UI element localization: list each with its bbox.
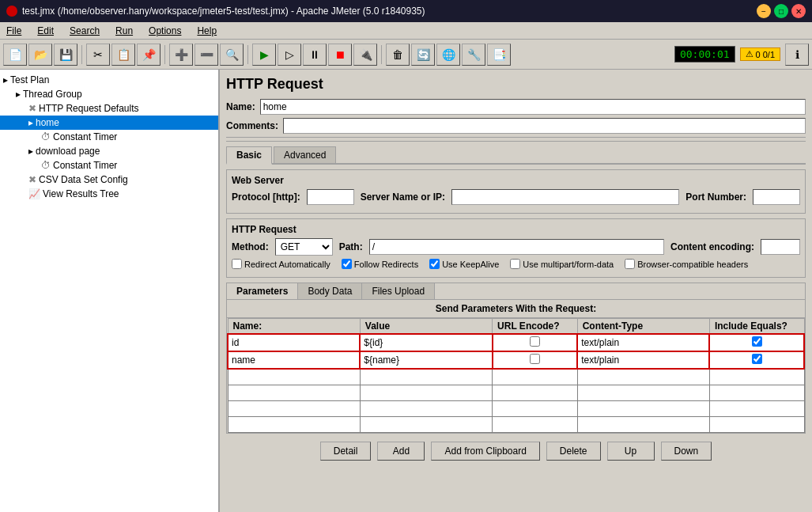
shutdown-button[interactable]: 🔌 <box>353 44 377 66</box>
method-label: Method: <box>232 241 269 252</box>
test-plan-icon: ▸ <box>3 74 8 85</box>
pause-button[interactable]: ⏸ <box>303 44 327 66</box>
paste-button[interactable]: 📌 <box>137 44 161 66</box>
function-helper-button[interactable]: 🔧 <box>462 44 485 66</box>
open-button[interactable]: 📂 <box>28 44 52 66</box>
tree-item-test-plan[interactable]: ▸ Test Plan <box>0 73 218 87</box>
web-server-title: Web Server <box>232 175 800 186</box>
detail-button[interactable]: Detail <box>320 442 372 461</box>
protocol-input[interactable] <box>307 189 354 205</box>
tree-item-constant-timer-2[interactable]: ⏱ Constant Timer <box>0 158 218 173</box>
encoding-input[interactable] <box>761 239 800 255</box>
inner-tab-parameters[interactable]: Parameters <box>227 283 298 299</box>
param-urlencode-name[interactable] <box>493 351 578 369</box>
maximize-button[interactable]: □ <box>774 4 788 18</box>
param-name-id[interactable]: id <box>228 334 360 351</box>
menu-edit[interactable]: Edit <box>34 25 57 37</box>
remove-element-button[interactable]: ➖ <box>195 44 218 66</box>
up-button[interactable]: Up <box>607 442 655 461</box>
tree-item-csv-config[interactable]: ✖ CSV Data Set Config <box>0 173 218 187</box>
checkbox-follow-redirects[interactable]: Follow Redirects <box>342 259 418 269</box>
tree-label-home: home <box>36 117 59 128</box>
main-layout: ▸ Test Plan ▸ Thread Group ✖ HTTP Reques… <box>0 70 812 512</box>
cut-button[interactable]: ✂ <box>86 44 110 66</box>
stop-button[interactable]: ⏹ <box>328 44 352 66</box>
tab-basic[interactable]: Basic <box>226 146 272 165</box>
copy-button[interactable]: 📋 <box>111 44 135 66</box>
browse-button[interactable]: 🔍 <box>220 44 244 66</box>
menu-run[interactable]: Run <box>112 25 136 37</box>
checkbox-browser-compat[interactable]: Browser-compatible headers <box>625 259 748 269</box>
col-header-name: Name: <box>228 319 360 335</box>
bottom-buttons: Detail Add Add from Clipboard Delete Up … <box>226 437 806 465</box>
http-request-section: HTTP Request Method: GET POST PUT DELETE… <box>226 218 806 278</box>
tree-label-csv-config: CSV Data Set Config <box>39 174 128 185</box>
menu-options[interactable]: Options <box>145 25 184 37</box>
separator-3 <box>247 45 248 64</box>
minimize-button[interactable]: − <box>757 4 771 18</box>
save-button[interactable]: 💾 <box>54 44 77 66</box>
tree-item-download-page[interactable]: ▸ download page <box>0 144 218 158</box>
checkbox-redirect-auto[interactable]: Redirect Automatically <box>232 259 330 269</box>
menu-search[interactable]: Search <box>66 25 103 37</box>
tab-advanced[interactable]: Advanced <box>274 146 336 163</box>
tree-item-http-defaults[interactable]: ✖ HTTP Request Defaults <box>0 101 218 116</box>
add-element-button[interactable]: ➕ <box>169 44 193 66</box>
checkbox-redirect-auto-input[interactable] <box>232 259 242 269</box>
inner-tab-body-data[interactable]: Body Data <box>298 283 362 299</box>
table-row[interactable]: id ${id} text/plain <box>228 334 804 351</box>
tree-panel: ▸ Test Plan ▸ Thread Group ✖ HTTP Reques… <box>0 70 220 512</box>
checkbox-multipart-input[interactable] <box>510 259 520 269</box>
templates-button[interactable]: 📑 <box>487 44 511 66</box>
new-button[interactable]: 📄 <box>3 44 27 66</box>
table-row[interactable]: name ${name} text/plain <box>228 351 804 369</box>
results-tree-icon: 📈 <box>28 188 40 199</box>
delete-button[interactable]: Delete <box>546 442 601 461</box>
table-row-empty <box>228 369 804 385</box>
tree-item-constant-timer-1[interactable]: ⏱ Constant Timer <box>0 130 218 144</box>
tree-label-download-page: download page <box>36 146 100 157</box>
tree-item-home[interactable]: ▸ home <box>0 116 218 130</box>
http-request-section-title: HTTP Request <box>232 224 800 235</box>
method-select[interactable]: GET POST PUT DELETE <box>275 238 333 256</box>
comments-input[interactable] <box>283 118 806 134</box>
http-defaults-icon: ✖ <box>28 103 36 114</box>
checkbox-row: Redirect Automatically Follow Redirects … <box>232 259 800 269</box>
add-from-clipboard-button[interactable]: Add from Clipboard <box>431 442 539 461</box>
down-button[interactable]: Down <box>661 442 712 461</box>
clear-button[interactable]: 🗑 <box>386 44 410 66</box>
info-button[interactable]: ℹ <box>785 44 809 66</box>
tree-item-results-tree[interactable]: 📈 View Results Tree <box>0 187 218 201</box>
server-input[interactable] <box>451 189 679 205</box>
web-server-section: Web Server Protocol [http]: Server Name … <box>226 169 806 214</box>
param-name-name[interactable]: name <box>228 351 360 369</box>
http-request-panel: HTTP Request Name: Comments: Basic Advan… <box>226 76 806 465</box>
param-urlencode-id[interactable] <box>493 334 578 351</box>
port-input[interactable] <box>753 189 800 205</box>
add-button[interactable]: Add <box>377 442 425 461</box>
tree-item-thread-group[interactable]: ▸ Thread Group <box>0 87 218 101</box>
name-input[interactable] <box>260 99 806 115</box>
remote-start-button[interactable]: 🌐 <box>436 44 460 66</box>
app-icon <box>6 6 17 17</box>
port-label: Port Number: <box>685 192 746 203</box>
param-value-name[interactable]: ${name} <box>360 351 492 369</box>
param-includeequals-name[interactable] <box>709 351 804 369</box>
clear-all-button[interactable]: 🔄 <box>411 44 435 66</box>
checkbox-follow-redirects-input[interactable] <box>342 259 352 269</box>
checkbox-browser-compat-input[interactable] <box>625 259 635 269</box>
tree-label-test-plan: Test Plan <box>10 74 49 85</box>
inner-tab-files-upload[interactable]: Files Upload <box>362 283 435 299</box>
checkbox-keepalive[interactable]: Use KeepAlive <box>429 259 499 269</box>
param-includeequals-id[interactable] <box>709 334 804 351</box>
menu-help[interactable]: Help <box>194 25 220 37</box>
checkbox-keepalive-input[interactable] <box>429 259 440 269</box>
close-button[interactable]: ✕ <box>791 4 806 18</box>
start-no-pauses-button[interactable]: ▷ <box>278 44 301 66</box>
param-value-id[interactable]: ${id} <box>360 334 492 351</box>
table-row-empty2 <box>228 385 804 400</box>
checkbox-multipart[interactable]: Use multipart/form-data <box>510 259 614 269</box>
path-input[interactable] <box>369 239 664 255</box>
start-button[interactable]: ▶ <box>252 44 276 66</box>
menu-file[interactable]: File <box>3 25 25 37</box>
